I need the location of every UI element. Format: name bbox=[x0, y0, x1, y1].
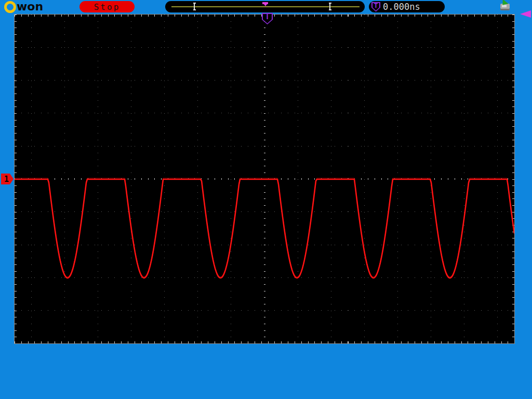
channel1-marker: 1 bbox=[1, 174, 14, 184]
trigger-offset-value: 0.000ns bbox=[383, 2, 420, 12]
trigger-time-marker: T bbox=[262, 13, 273, 24]
usb-device-icon bbox=[497, 2, 512, 11]
brand-ring-icon bbox=[4, 1, 16, 13]
waveform bbox=[15, 15, 514, 343]
owon-logo: won bbox=[4, 0, 43, 14]
trigger-offset-pill: T 0.000ns bbox=[369, 1, 445, 12]
run-status-badge: Stop bbox=[79, 1, 135, 12]
trigger-position-pointer-icon bbox=[262, 2, 268, 4]
status-bar: 1 1V- 0.00div 2 50.0mV~ 0.00div (25KS/s)… bbox=[0, 344, 532, 399]
oscilloscope-screen: won Stop T 0.000ns T 1 bbox=[0, 0, 532, 399]
trigger-level-clamp-icon bbox=[520, 10, 531, 18]
trigger-position-bar bbox=[165, 1, 365, 12]
window-bracket-right-icon bbox=[329, 3, 330, 10]
brand-text: won bbox=[17, 1, 43, 13]
graticule bbox=[15, 15, 514, 343]
window-bracket-left-icon bbox=[194, 3, 195, 10]
trigger-shield-icon: T bbox=[371, 2, 380, 12]
